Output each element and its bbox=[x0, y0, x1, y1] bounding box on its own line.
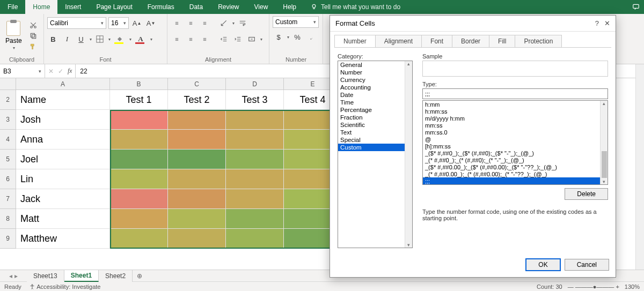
column-header-A[interactable]: A bbox=[16, 78, 110, 90]
close-icon[interactable]: ✕ bbox=[604, 19, 610, 27]
cell-data[interactable] bbox=[226, 189, 284, 209]
align-center-button[interactable]: ≡ bbox=[185, 33, 196, 45]
dialog-tab-font[interactable]: Font bbox=[421, 35, 452, 47]
dialog-tab-protection[interactable]: Protection bbox=[515, 35, 562, 47]
wrap-text-button[interactable] bbox=[237, 17, 248, 29]
sheet-tab-sheet1[interactable]: Sheet1 bbox=[64, 270, 99, 282]
sheet-nav[interactable]: ◂ ▸ bbox=[0, 272, 27, 280]
fx-icon[interactable]: fx bbox=[68, 67, 72, 75]
percent-format-button[interactable]: % bbox=[291, 31, 303, 43]
type-listbox[interactable]: h:mmh:mm:ssm/d/yyyy h:mmmm:ssmm:ss.0@[h]… bbox=[422, 100, 608, 185]
type-item[interactable]: mm:ss bbox=[423, 122, 608, 129]
row-header-3[interactable]: 3 bbox=[0, 110, 16, 130]
dialog-titlebar[interactable]: Format Cells ? ✕ bbox=[330, 16, 616, 32]
type-item[interactable]: _(* #,##0.00_);_(* (#,##0.00);_(* "-"??_… bbox=[423, 170, 608, 177]
cell-data[interactable] bbox=[226, 110, 284, 130]
cell-data[interactable] bbox=[110, 130, 168, 150]
type-item[interactable]: [h]:mm:ss bbox=[423, 143, 608, 150]
decrease-indent-button[interactable] bbox=[218, 33, 230, 45]
cell-header[interactable]: Name bbox=[16, 90, 110, 110]
comments-icon[interactable] bbox=[628, 0, 644, 14]
cell-data[interactable] bbox=[110, 189, 168, 209]
cell-data[interactable] bbox=[226, 209, 284, 229]
row-header-9[interactable]: 9 bbox=[0, 229, 16, 249]
dialog-tab-border[interactable]: Border bbox=[452, 35, 489, 47]
cell-name[interactable]: Jack bbox=[16, 189, 110, 209]
cell-data[interactable] bbox=[226, 130, 284, 150]
cell-data[interactable] bbox=[226, 169, 284, 189]
row-header-4[interactable]: 4 bbox=[0, 130, 16, 150]
listbox-scrollbar[interactable]: ▴▾ bbox=[600, 101, 608, 184]
tab-view[interactable]: View bbox=[247, 0, 276, 14]
ok-button[interactable]: OK bbox=[526, 259, 560, 271]
merge-center-button[interactable] bbox=[246, 33, 258, 45]
cell-header[interactable]: Test 1 bbox=[110, 90, 168, 110]
cell-data[interactable] bbox=[168, 169, 226, 189]
cell-data[interactable] bbox=[168, 229, 226, 249]
cell-data[interactable] bbox=[226, 229, 284, 249]
cell-data[interactable] bbox=[110, 229, 168, 249]
category-item[interactable]: Fraction bbox=[338, 114, 412, 121]
cell-data[interactable] bbox=[168, 130, 226, 150]
paste-button[interactable]: Paste ▾ bbox=[3, 20, 24, 51]
type-item[interactable]: _($* #,##0.00_);_($* (#,##0.00);_($* "-"… bbox=[423, 163, 608, 170]
type-item[interactable]: h:mm bbox=[423, 101, 608, 108]
cell-data[interactable] bbox=[168, 150, 226, 169]
accessibility-status[interactable]: Accessibility: Investigate bbox=[29, 283, 101, 290]
row-header-8[interactable]: 8 bbox=[0, 209, 16, 229]
copy-button[interactable] bbox=[28, 32, 38, 40]
tab-file[interactable]: File bbox=[0, 0, 25, 14]
type-item[interactable]: mm:ss.0 bbox=[423, 129, 608, 136]
cell-data[interactable] bbox=[226, 150, 284, 169]
orientation-button[interactable] bbox=[218, 17, 230, 29]
name-box[interactable]: B3▾ bbox=[0, 64, 45, 78]
cell-data[interactable] bbox=[110, 209, 168, 229]
sheet-tab-sheet2[interactable]: Sheet2 bbox=[99, 270, 133, 282]
fill-color-button[interactable] bbox=[113, 33, 127, 45]
cell-data[interactable] bbox=[168, 110, 226, 130]
category-item[interactable]: Currency bbox=[338, 76, 412, 84]
grow-font-button[interactable]: A▲ bbox=[131, 17, 143, 29]
font-color-button[interactable]: A bbox=[134, 33, 148, 45]
listbox-scrollbar[interactable]: ▴▾ bbox=[405, 61, 412, 248]
tell-me-search[interactable]: Tell me what you want to do bbox=[304, 0, 407, 14]
tab-insert[interactable]: Insert bbox=[57, 0, 89, 14]
tab-page-layout[interactable]: Page Layout bbox=[89, 0, 140, 14]
align-middle-button[interactable]: ≡ bbox=[185, 17, 196, 29]
cell-name[interactable]: Matthew bbox=[16, 229, 110, 249]
comma-format-button[interactable] bbox=[305, 31, 317, 43]
category-item[interactable]: Number bbox=[338, 69, 412, 76]
cell-data[interactable] bbox=[110, 150, 168, 169]
accounting-format-button[interactable]: $ bbox=[273, 31, 284, 43]
align-top-button[interactable]: ≡ bbox=[171, 17, 182, 29]
new-sheet-button[interactable]: ⊕ bbox=[133, 272, 147, 280]
shrink-font-button[interactable]: A▼ bbox=[145, 17, 157, 29]
cell-name[interactable]: Joel bbox=[16, 150, 110, 169]
tab-help[interactable]: Help bbox=[275, 0, 304, 14]
font-name-combo[interactable]: Calibri▾ bbox=[47, 17, 106, 29]
borders-button[interactable] bbox=[94, 33, 106, 45]
select-all-corner[interactable] bbox=[0, 78, 16, 90]
tab-review[interactable]: Review bbox=[210, 0, 246, 14]
row-header-7[interactable]: 7 bbox=[0, 189, 16, 209]
row-header-5[interactable]: 5 bbox=[0, 150, 16, 169]
row-header-2[interactable]: 2 bbox=[0, 90, 16, 110]
category-item[interactable]: Scientific bbox=[338, 121, 412, 129]
align-bottom-button[interactable]: ≡ bbox=[199, 17, 210, 29]
dialog-tab-fill[interactable]: Fill bbox=[489, 35, 515, 47]
column-header-C[interactable]: C bbox=[168, 78, 226, 90]
category-listbox[interactable]: GeneralNumberCurrencyAccountingDateTimeP… bbox=[338, 61, 413, 248]
type-item[interactable]: m/d/yyyy h:mm bbox=[423, 115, 608, 122]
category-item[interactable]: Custom bbox=[338, 144, 412, 151]
cell-data[interactable] bbox=[110, 110, 168, 130]
dialog-tab-alignment[interactable]: Alignment bbox=[375, 35, 422, 47]
cell-name[interactable]: Josh bbox=[16, 110, 110, 130]
cut-button[interactable] bbox=[28, 21, 38, 29]
row-header-6[interactable]: 6 bbox=[0, 169, 16, 189]
underline-button[interactable]: U bbox=[75, 33, 87, 45]
increase-indent-button[interactable] bbox=[232, 33, 244, 45]
type-input[interactable]: ;;; bbox=[422, 88, 608, 99]
cell-name[interactable]: Matt bbox=[16, 209, 110, 229]
delete-button[interactable]: Delete bbox=[565, 188, 608, 200]
type-item[interactable]: ;;; bbox=[423, 177, 608, 184]
